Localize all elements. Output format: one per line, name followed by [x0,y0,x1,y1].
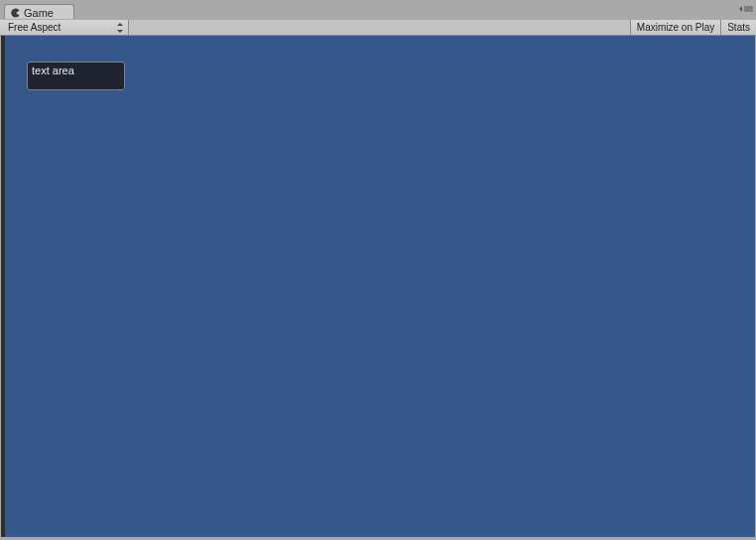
svg-rect-0 [744,7,753,8]
svg-rect-2 [744,11,753,12]
game-viewport: text area [5,36,755,537]
tab-label: Game [24,7,54,19]
aspect-dropdown[interactable]: Free Aspect [0,20,129,35]
svg-rect-1 [744,9,753,10]
dropdown-arrows-icon [117,23,123,33]
stats-button[interactable]: Stats [720,20,756,35]
text-area-input[interactable]: text area [27,62,125,90]
maximize-label: Maximize on Play [637,22,714,33]
pacman-icon [11,8,21,18]
toolbar-middle [129,20,630,35]
aspect-label: Free Aspect [8,22,61,33]
panel-menu-icon[interactable] [739,6,753,12]
viewport-wrapper: text area [1,36,755,537]
tab-game[interactable]: Game [4,4,74,19]
toolbar: Free Aspect Maximize on Play Stats [0,19,756,36]
tab-bar: Game [0,0,756,19]
stats-label: Stats [727,22,750,33]
maximize-on-play-button[interactable]: Maximize on Play [630,20,720,35]
